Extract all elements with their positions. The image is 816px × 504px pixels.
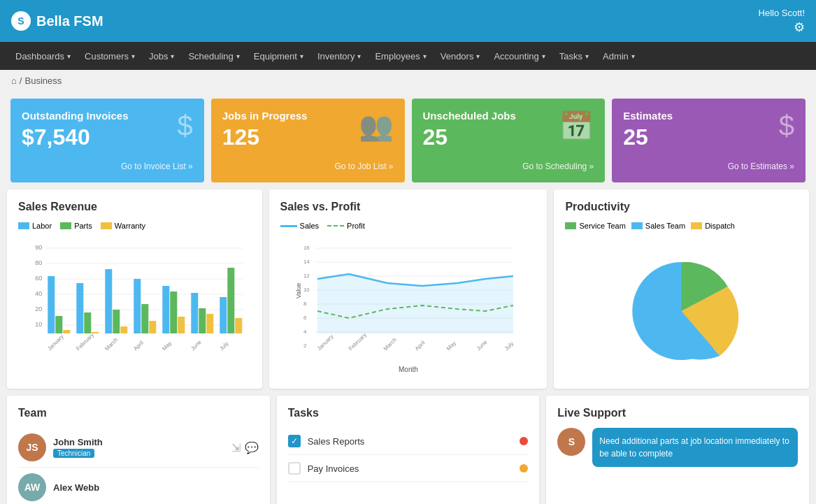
- svg-rect-14: [63, 330, 70, 333]
- dollar-icon: $: [178, 110, 193, 141]
- nav-item-dashboards[interactable]: Dashboards ▾: [8, 42, 78, 70]
- svg-text:March: March: [382, 336, 397, 352]
- svg-text:40: 40: [35, 290, 42, 297]
- team-title: Team: [18, 407, 259, 419]
- legend-parts-label: Parts: [74, 222, 92, 230]
- legend-profit-label: Profit: [347, 222, 365, 230]
- chevron-down-icon: ▾: [131, 52, 135, 60]
- nav-label-scheduling: Scheduling: [188, 51, 233, 62]
- svg-text:4: 4: [303, 329, 307, 335]
- svg-text:March: March: [103, 336, 119, 352]
- chat-icon[interactable]: 💬: [245, 441, 259, 454]
- svg-text:16: 16: [303, 245, 310, 251]
- svg-text:90: 90: [35, 244, 42, 251]
- svg-marker-56: [317, 274, 513, 333]
- logo-icon: S: [11, 11, 31, 31]
- stat-card-invoices-title: Outstanding Invoices: [22, 110, 193, 122]
- svg-rect-15: [76, 283, 83, 333]
- chevron-down-icon: ▾: [631, 52, 635, 60]
- chevron-down-icon: ▾: [67, 52, 71, 60]
- sales-revenue-title: Sales Revenue: [18, 201, 251, 213]
- svg-rect-19: [113, 310, 120, 333]
- chevron-down-icon: ▾: [542, 52, 545, 60]
- svg-rect-32: [235, 318, 242, 333]
- team-member-john: JS John Smith Technician ⇲ 💬: [18, 428, 259, 468]
- nav-item-tasks[interactable]: Tasks ▾: [552, 42, 596, 70]
- stat-card-estimates-link[interactable]: Go to Estimates »: [623, 161, 794, 171]
- svg-text:July: July: [218, 340, 229, 352]
- stat-card-jobs[interactable]: Jobs in Progress 125 👥 Go to Job List »: [211, 99, 405, 182]
- svg-rect-25: [170, 291, 177, 333]
- sales-team-color: [631, 222, 643, 229]
- member-info-alex: Alex Webb: [53, 482, 259, 493]
- sales-line-color: [280, 225, 297, 227]
- svg-rect-17: [92, 332, 99, 333]
- legend-sales-label: Sales: [300, 222, 320, 230]
- stat-card-jobs-link[interactable]: Go to Job List »: [222, 161, 394, 171]
- nav-item-employees[interactable]: Employees ▾: [368, 42, 433, 70]
- tasks-card: Tasks ✓ Sales Reports Pay Invoices: [277, 396, 540, 504]
- chevron-down-icon: ▾: [585, 52, 589, 60]
- chevron-down-icon: ▾: [300, 52, 303, 60]
- legend-profit: Profit: [327, 222, 365, 230]
- breadcrumb-current: Business: [24, 75, 62, 86]
- sales-profit-chart: Sales vs. Profit Sales Profit 16 14 12 1…: [269, 189, 547, 389]
- live-support-title: Live Support: [557, 407, 798, 419]
- svg-rect-23: [149, 321, 156, 333]
- nav-item-customers[interactable]: Customers ▾: [78, 42, 142, 70]
- stat-card-estimates[interactable]: Estimates 25 $ Go to Estimates »: [612, 99, 806, 182]
- breadcrumb: ⌂ / Business: [0, 70, 816, 92]
- bar-chart-svg: 90 80 60 40 20 10: [18, 236, 251, 375]
- task-checkbox-invoices[interactable]: [288, 462, 301, 475]
- svg-rect-27: [191, 293, 198, 333]
- estimates-dollar-icon: $: [779, 110, 794, 141]
- nav-item-scheduling[interactable]: Scheduling ▾: [181, 42, 246, 70]
- service-team-color: [565, 222, 576, 229]
- support-message: S Need additional parts at job location …: [557, 428, 798, 467]
- task-checkbox-sales[interactable]: ✓: [288, 435, 301, 447]
- svg-text:14: 14: [303, 259, 310, 265]
- svg-text:Value: Value: [295, 283, 302, 298]
- stat-card-invoices[interactable]: Outstanding Invoices $7,540 $ Go to Invo…: [10, 99, 204, 182]
- svg-text:2: 2: [303, 343, 307, 349]
- task-dot-sales: [520, 437, 528, 445]
- profit-line-color: [327, 225, 344, 227]
- nav-item-accounting[interactable]: Accounting ▾: [487, 42, 552, 70]
- navbar: Dashboards ▾ Customers ▾ Jobs ▾ Scheduli…: [0, 42, 816, 70]
- nav-item-jobs[interactable]: Jobs ▾: [142, 42, 181, 70]
- gear-icon[interactable]: ⚙: [759, 20, 805, 35]
- nav-item-vendors[interactable]: Vendors ▾: [434, 42, 487, 70]
- svg-text:January: January: [315, 333, 334, 352]
- svg-text:80: 80: [35, 259, 42, 266]
- legend-warranty-label: Warranty: [115, 222, 145, 230]
- svg-rect-16: [84, 312, 91, 333]
- nav-item-equipment[interactable]: Equipment ▾: [247, 42, 310, 70]
- share-icon[interactable]: ⇲: [231, 441, 241, 454]
- legend-dispatch: Dispatch: [691, 222, 735, 230]
- live-support-card: Live Support S Need additional parts at …: [546, 396, 809, 504]
- stat-card-invoices-link[interactable]: Go to Invoice List »: [22, 161, 193, 171]
- nav-item-admin[interactable]: Admin ▾: [596, 42, 642, 70]
- home-icon[interactable]: ⌂: [11, 75, 17, 86]
- legend-sales-team-label: Sales Team: [645, 222, 685, 230]
- member-name-john: John Smith: [53, 437, 224, 447]
- header: S Bella FSM Hello Scott! ⚙: [0, 0, 816, 42]
- support-avatar: S: [557, 428, 585, 456]
- stat-card-unscheduled[interactable]: Unscheduled Jobs 25 📅 Go to Scheduling »: [412, 99, 606, 182]
- stat-card-estimates-value: 25: [623, 124, 794, 150]
- productivity-chart: Productivity Service Team Sales Team Dis…: [554, 189, 809, 389]
- charts-row: Sales Revenue Labor Parts Warranty 90 80…: [0, 182, 816, 396]
- svg-text:June: June: [475, 338, 488, 352]
- svg-text:8: 8: [303, 301, 307, 307]
- nav-item-inventory[interactable]: Inventory ▾: [310, 42, 368, 70]
- chevron-down-icon: ▾: [423, 52, 427, 60]
- legend-sales-team: Sales Team: [631, 222, 685, 230]
- task-name-invoices: Pay Invoices: [308, 463, 513, 474]
- svg-rect-30: [220, 297, 227, 333]
- svg-text:20: 20: [35, 305, 42, 312]
- svg-text:10: 10: [303, 287, 310, 293]
- stat-card-unscheduled-link[interactable]: Go to Scheduling »: [423, 161, 594, 171]
- legend-service-team: Service Team: [565, 222, 625, 230]
- nav-label-equipment: Equipment: [254, 51, 297, 62]
- svg-text:July: July: [503, 340, 514, 352]
